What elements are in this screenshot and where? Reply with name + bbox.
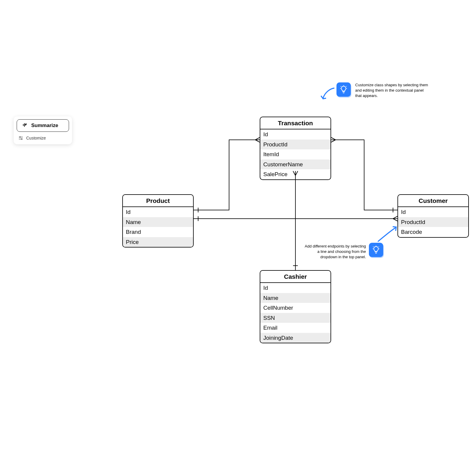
conn-customer-transaction <box>331 140 397 210</box>
entity-attr: Email <box>260 323 331 333</box>
entity-attr: Price <box>123 237 193 247</box>
entity-attr: ProductId <box>398 217 468 227</box>
entity-attr: Id <box>398 207 468 217</box>
entity-attr: CustomerName <box>260 159 331 170</box>
entity-customer-title: Customer <box>398 195 468 207</box>
summarize-button[interactable]: Summarize <box>17 119 69 132</box>
svg-line-25 <box>331 140 336 142</box>
entity-attr: SSN <box>260 313 331 323</box>
summarize-label: Summarize <box>31 123 58 129</box>
sliders-icon <box>18 136 23 140</box>
entity-product[interactable]: Product Id Name Brand Price <box>122 194 194 248</box>
entity-attr: Id <box>260 283 331 293</box>
tip-badge-top <box>336 82 351 97</box>
svg-line-21 <box>393 219 397 221</box>
entity-attr: Id <box>123 207 193 217</box>
entity-attr: SalePrice <box>260 169 331 179</box>
arrow-tip-bottom <box>378 228 396 242</box>
svg-line-17 <box>255 140 260 142</box>
conn-product-transaction <box>194 140 260 210</box>
svg-line-15 <box>255 137 260 140</box>
connectors <box>0 0 476 476</box>
entity-transaction[interactable]: Transaction Id ProductId ItemId Customer… <box>260 117 331 180</box>
svg-line-6 <box>346 86 347 87</box>
entity-attr: CellNumber <box>260 303 331 313</box>
entity-attr: Brand <box>123 227 193 237</box>
svg-point-1 <box>20 137 21 137</box>
entity-attr: Barcode <box>398 227 468 237</box>
entity-attr: Id <box>260 129 331 140</box>
sparkle-icon <box>22 123 27 128</box>
svg-line-19 <box>393 216 397 219</box>
floating-toolbar: Summarize Customize <box>14 116 72 144</box>
tip-badge-bottom <box>369 243 383 257</box>
entity-attr: Name <box>123 217 193 227</box>
tip-text-top: Customize class shapes by selecting them… <box>355 82 430 99</box>
svg-point-3 <box>21 139 22 140</box>
entity-attr: Name <box>260 293 331 303</box>
svg-line-11 <box>379 247 379 247</box>
entity-cashier[interactable]: Cashier Id Name CellNumber SSN Email Joi… <box>260 270 331 343</box>
svg-line-10 <box>373 247 373 247</box>
lightbulb-icon <box>339 85 348 94</box>
svg-line-23 <box>331 137 336 140</box>
lightbulb-icon <box>372 245 381 254</box>
entity-attr: ItemId <box>260 149 331 159</box>
entity-attr: JoiningDate <box>260 333 331 343</box>
tip-text-bottom: Add different endpoints by selecting a l… <box>304 244 366 260</box>
entity-product-title: Product <box>123 195 193 207</box>
arrow-tip-top <box>323 88 334 98</box>
entity-cashier-title: Cashier <box>260 271 331 283</box>
svg-line-5 <box>341 86 341 87</box>
diagram-canvas[interactable]: Summarize Customize Transaction Id Produ… <box>0 0 476 476</box>
customize-button[interactable]: Customize <box>17 135 69 141</box>
entity-customer[interactable]: Customer Id ProductId Barcode <box>397 194 469 238</box>
customize-label: Customize <box>26 136 46 140</box>
entity-attr: ProductId <box>260 140 331 150</box>
entity-transaction-title: Transaction <box>260 117 331 129</box>
